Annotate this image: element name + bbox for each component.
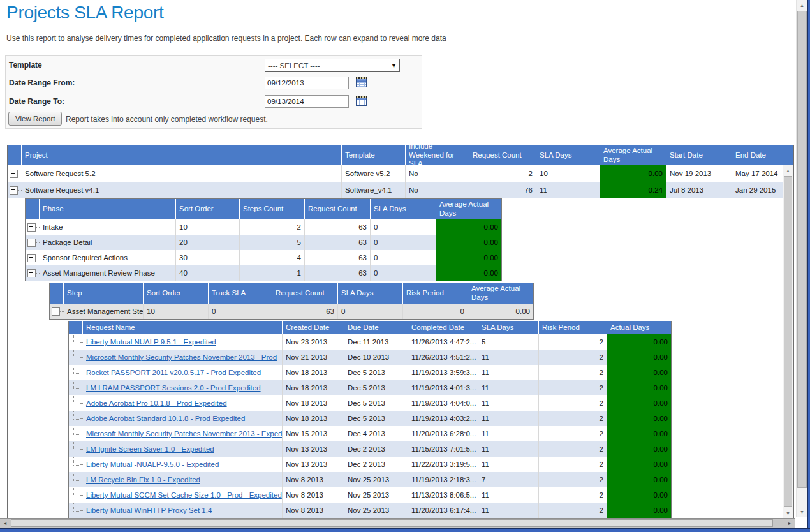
cell: 63 bbox=[305, 235, 371, 250]
cell: Liberty Mutual SCCM Set Cache Size 1.0 -… bbox=[83, 487, 283, 503]
expand-icon[interactable] bbox=[27, 223, 36, 232]
scroll-up-icon[interactable]: ▲ bbox=[783, 165, 793, 175]
leaf-node-icon bbox=[73, 457, 80, 466]
cell: Asset Management Review Phase bbox=[40, 265, 176, 281]
cell: 30 bbox=[176, 250, 240, 265]
request-link[interactable]: Liberty Mutual NUALP 9.5.1 - Expedited bbox=[86, 338, 216, 346]
cell: 0.00 bbox=[600, 165, 666, 182]
scroll-down-icon[interactable]: ▼ bbox=[797, 506, 807, 517]
cell: 63 bbox=[305, 265, 371, 281]
cell: 11/19/2013 3:59:3... bbox=[408, 365, 478, 380]
cell: 4 bbox=[240, 250, 305, 265]
request-link[interactable]: Microsoft Monthly Security Patches Novem… bbox=[86, 353, 277, 361]
cell: Software v5.2 bbox=[342, 165, 406, 182]
cell: 0.00 bbox=[607, 503, 671, 518]
expander-cell bbox=[26, 265, 40, 281]
scrollbar-thumb[interactable] bbox=[797, 11, 807, 488]
expand-icon[interactable] bbox=[27, 254, 36, 262]
expander-column-header bbox=[50, 283, 64, 304]
request-link[interactable]: Adobe Acrobat Standard 10.1.8 - Prod Exp… bbox=[86, 415, 245, 422]
cell: 0.00 bbox=[607, 395, 671, 411]
expander-cell bbox=[8, 182, 22, 198]
leaf-node-icon bbox=[73, 396, 80, 404]
scrollbar-thumb[interactable] bbox=[784, 176, 792, 507]
cell: Nov 25 2013 bbox=[344, 503, 408, 518]
request-link[interactable]: LM Ignite Screen Saver 1.0 - Expedited bbox=[86, 445, 214, 453]
expand-icon[interactable] bbox=[10, 170, 18, 178]
cell: Microsoft Monthly Security Patches Novem… bbox=[83, 350, 283, 365]
cell: 0.00 bbox=[607, 457, 671, 472]
collapse-icon[interactable] bbox=[52, 307, 60, 316]
cell: Nov 25 2013 bbox=[344, 487, 408, 503]
scroll-right-icon[interactable]: ► bbox=[784, 519, 795, 528]
collapse-icon[interactable] bbox=[10, 186, 18, 195]
table-row: Liberty Mutual WinHTTP Proxy Set 1.4Nov … bbox=[69, 503, 671, 518]
cell: Nov 21 2013 bbox=[283, 350, 344, 365]
expand-icon[interactable] bbox=[27, 239, 36, 247]
page-vertical-scrollbar[interactable]: ▲ ▼ bbox=[796, 0, 807, 517]
request-link[interactable]: Rocket PASSPORT 2011 v20.0.5.17 - Prod E… bbox=[86, 369, 261, 376]
scroll-up-icon[interactable]: ▲ bbox=[797, 0, 807, 10]
step-table: StepSort OrderTrack SLARequest CountSLA … bbox=[50, 283, 533, 319]
expander-column-header bbox=[69, 321, 83, 334]
request-link[interactable]: Liberty Mutual SCCM Set Cache Size 1.0 -… bbox=[86, 491, 282, 499]
request-link[interactable]: Microsoft Monthly Security Patches Novem… bbox=[86, 430, 283, 438]
expander-cell bbox=[26, 250, 40, 265]
table-row: LM Ignite Screen Saver 1.0 - ExpeditedNo… bbox=[69, 441, 671, 457]
cell: Adobe Acrobat Pro 10.1.8 - Prod Expedite… bbox=[83, 395, 283, 411]
scrollbar-thumb[interactable] bbox=[11, 519, 773, 527]
table-row: LM Recycle Bin Fix 1.0 - ExpeditedNov 8 … bbox=[69, 472, 671, 487]
request-link[interactable]: LM Recycle Bin Fix 1.0 - Expedited bbox=[86, 476, 200, 484]
date-from-input[interactable] bbox=[265, 77, 349, 89]
page-title: Projects SLA Report bbox=[6, 3, 163, 23]
cell: 10 bbox=[144, 304, 209, 319]
date-range-from-label: Date Range From: bbox=[9, 78, 75, 87]
page-horizontal-scrollbar[interactable]: ◄ ► bbox=[0, 518, 795, 528]
cell: Dec 4 2013 bbox=[344, 426, 408, 441]
view-report-button[interactable]: View Report bbox=[8, 112, 62, 126]
scroll-down-icon[interactable]: ▼ bbox=[783, 508, 793, 518]
cell: Dec 5 2013 bbox=[344, 380, 408, 395]
request-link[interactable]: Adobe Acrobat Pro 10.1.8 - Prod Expedite… bbox=[86, 399, 227, 407]
scroll-left-icon[interactable]: ◄ bbox=[0, 519, 10, 528]
cell: 11/19/2013 4:03:2... bbox=[408, 411, 478, 426]
template-select[interactable]: ---- SELECT ---- ▼ bbox=[265, 59, 400, 72]
expander-cell bbox=[69, 441, 83, 457]
phase-header-row: PhaseSort OrderSteps CountRequest CountS… bbox=[26, 199, 501, 219]
calendar-icon[interactable] bbox=[356, 96, 367, 106]
cell: Intake bbox=[40, 219, 176, 235]
request-link[interactable]: Liberty Mutual -NUALP-9.5.0 - Expedited bbox=[86, 461, 219, 468]
cell: 2 bbox=[539, 441, 607, 457]
calendar-grid bbox=[356, 100, 367, 106]
cell: May 17 2014 bbox=[732, 165, 783, 182]
table-row: LM LRAM PASSPORT Sessions 2.0 - Prod Exp… bbox=[69, 380, 671, 395]
column-header: SLA Days bbox=[338, 283, 403, 304]
leaf-node-icon bbox=[73, 427, 80, 435]
cell: 0.00 bbox=[436, 250, 501, 265]
cell: 0.00 bbox=[607, 411, 671, 426]
cell: 2 bbox=[539, 472, 607, 487]
expander-column-header bbox=[8, 145, 22, 165]
report-vertical-scrollbar[interactable]: ▲ ▼ bbox=[783, 165, 793, 518]
cell: 0.00 bbox=[607, 426, 671, 441]
cell: 11 bbox=[478, 350, 539, 365]
date-to-input[interactable] bbox=[265, 95, 349, 108]
column-header: Completed Date bbox=[408, 321, 478, 334]
column-header: Sort Order bbox=[144, 283, 209, 304]
leaf-node-icon bbox=[73, 350, 80, 358]
cell: Jan 29 2015 bbox=[732, 182, 783, 198]
table-row: Sponsor Required Actions3046300.00 bbox=[26, 250, 501, 265]
collapse-icon[interactable] bbox=[27, 269, 36, 277]
cell: 11/26/2013 4:47:2... bbox=[408, 334, 478, 350]
request-link[interactable]: LM LRAM PASSPORT Sessions 2.0 - Prod Exp… bbox=[86, 384, 261, 392]
table-row: Rocket PASSPORT 2011 v20.0.5.17 - Prod E… bbox=[69, 365, 671, 380]
request-link[interactable]: Liberty Mutual WinHTTP Proxy Set 1.4 bbox=[86, 506, 212, 514]
calendar-icon[interactable] bbox=[356, 77, 367, 87]
cell: Nov 13 2013 bbox=[283, 457, 344, 472]
cell: 0.00 bbox=[607, 334, 671, 350]
cell: 2 bbox=[539, 457, 607, 472]
step-header-row: StepSort OrderTrack SLARequest CountSLA … bbox=[50, 283, 533, 304]
table-row: Software Request 5.2Software v5.2No2100.… bbox=[8, 165, 793, 182]
cell: Liberty Mutual WinHTTP Proxy Set 1.4 bbox=[83, 503, 283, 518]
cell: Nov 18 2013 bbox=[283, 395, 344, 411]
